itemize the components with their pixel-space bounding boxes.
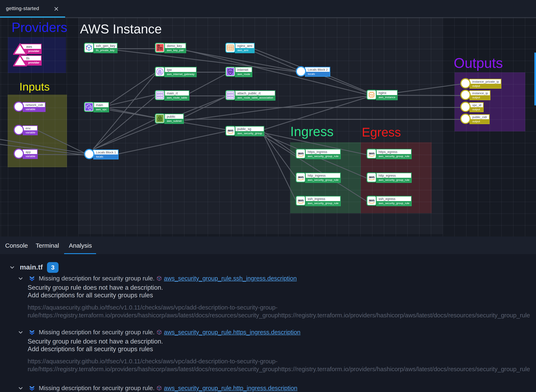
svg-text:aws: aws bbox=[369, 198, 374, 202]
svg-text:172.16.1.0: 172.16.1.0 bbox=[227, 94, 234, 96]
svg-text:aws: aws bbox=[298, 151, 304, 155]
svg-text:172.16.0.0: 172.16.0.0 bbox=[157, 92, 163, 93]
svg-text:172.16.0.0: 172.16.0.0 bbox=[227, 92, 234, 93]
svg-text:53: 53 bbox=[229, 70, 232, 73]
svg-text:aws: aws bbox=[298, 198, 304, 202]
svg-text:T2: T2 bbox=[370, 94, 373, 97]
svg-text:aws: aws bbox=[369, 151, 374, 155]
svg-text:172.16.1.0: 172.16.1.0 bbox=[157, 94, 163, 96]
svg-text:172.16.2.0: 172.16.2.0 bbox=[157, 97, 163, 98]
svg-text:aws: aws bbox=[298, 175, 304, 179]
svg-text:172.16.2.0: 172.16.2.0 bbox=[227, 97, 234, 98]
svg-text:aws: aws bbox=[369, 175, 374, 179]
svg-text:aws: aws bbox=[227, 128, 233, 132]
